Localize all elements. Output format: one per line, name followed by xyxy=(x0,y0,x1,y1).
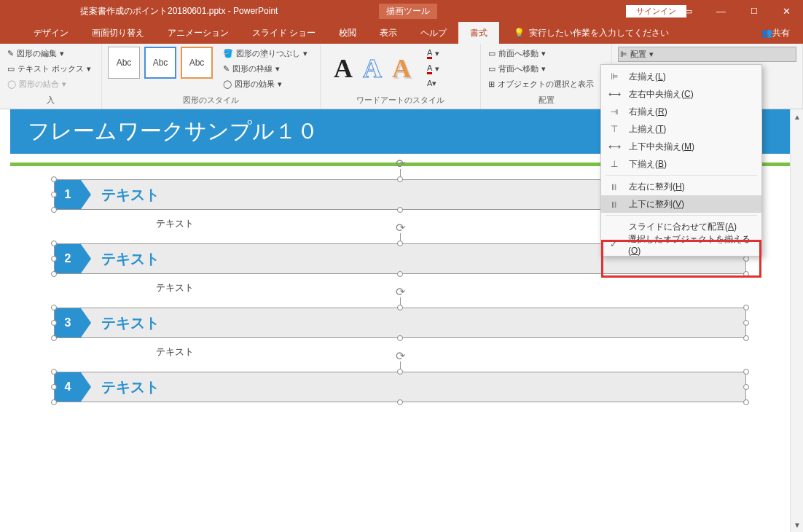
align-top-item[interactable]: ⊤上揃え(T) xyxy=(601,120,761,138)
tab-animation[interactable]: アニメーション xyxy=(156,22,240,44)
text-outline-button[interactable]: A▾ xyxy=(426,62,441,76)
scroll-down-icon[interactable]: ▼ xyxy=(791,519,803,531)
wordart-style-1[interactable]: A xyxy=(334,53,353,84)
resize-handle[interactable] xyxy=(51,384,57,390)
wordart-style-3[interactable]: A xyxy=(392,53,411,84)
align-icon: ⊫ xyxy=(620,50,627,59)
text-box-button[interactable]: ▭テキスト ボックス ▾ xyxy=(6,62,95,76)
selection-box[interactable]: 4テキスト xyxy=(54,372,746,402)
resize-handle[interactable] xyxy=(743,399,749,405)
resize-handle[interactable] xyxy=(51,207,57,213)
vertical-scrollbar[interactable]: ▲ ▼ xyxy=(790,109,803,532)
ribbon-tabs: デザイン 画面切り替え アニメーション スライド ショー 校閲 表示 ヘルプ 書… xyxy=(0,22,803,44)
resize-handle[interactable] xyxy=(743,369,749,375)
resize-handle[interactable] xyxy=(51,192,57,197)
shape-fill-button[interactable]: 🪣図形の塗りつぶし ▾ xyxy=(222,47,309,60)
chevron-down-icon: ▾ xyxy=(60,49,64,58)
tab-design[interactable]: デザイン xyxy=(22,22,80,44)
resize-handle[interactable] xyxy=(743,256,749,262)
align-bottom-icon: ⊥ xyxy=(608,159,620,169)
item-number: 1 xyxy=(55,180,81,209)
tab-review[interactable]: 校閲 xyxy=(327,22,368,44)
selection-pane-button[interactable]: ⊞オブジェクトの選択と表示 xyxy=(487,77,606,91)
separator xyxy=(606,175,757,176)
shape-edit-button[interactable]: ✎図形の編集 ▾ xyxy=(6,47,95,60)
resize-handle[interactable] xyxy=(743,305,749,310)
rotate-handle[interactable]: ⟳ xyxy=(393,156,407,171)
ribbon-group-insert-shapes: ✎図形の編集 ▾ ▭テキスト ボックス ▾ ◯図形の結合 ▾ 入 xyxy=(0,44,102,109)
shape-style-1[interactable]: Abc xyxy=(108,47,140,79)
tab-format[interactable]: 書式 xyxy=(458,22,499,44)
rotate-handle[interactable]: ⟳ xyxy=(393,220,407,235)
align-selected-item[interactable]: ✓選択したオブジェクトを揃える(O) xyxy=(601,235,761,253)
align-left-item[interactable]: ⊫左揃え(L) xyxy=(601,68,761,85)
align-bottom-item[interactable]: ⊥下揃え(B) xyxy=(601,155,761,173)
tab-transition[interactable]: 画面切り替え xyxy=(80,22,156,44)
align-right-icon: ⫣ xyxy=(608,106,620,117)
maximize-button[interactable]: ☐ xyxy=(737,0,770,22)
distribute-v-item[interactable]: ⫼上下に整列(V) xyxy=(601,195,761,213)
resize-handle[interactable] xyxy=(51,271,57,277)
shape-effects-button[interactable]: ◯図形の効果 ▾ xyxy=(222,77,309,91)
edit-shape-icon: ✎ xyxy=(7,49,14,58)
bulb-icon: 💡 xyxy=(514,28,525,38)
resize-handle[interactable] xyxy=(397,399,403,405)
tab-view[interactable]: 表示 xyxy=(368,22,409,44)
forward-icon: ▭ xyxy=(488,49,495,58)
align-middle-v-icon: ⟷ xyxy=(608,141,620,152)
resize-handle[interactable] xyxy=(397,240,403,246)
resize-handle[interactable] xyxy=(743,335,749,341)
align-right-item[interactable]: ⫣右揃え(R) xyxy=(601,103,761,120)
align-center-h-item[interactable]: ⟷左右中央揃え(C) xyxy=(601,85,761,103)
wordart-style-2[interactable]: A xyxy=(363,53,382,84)
close-button[interactable]: ✕ xyxy=(770,0,803,22)
tab-help[interactable]: ヘルプ xyxy=(409,22,458,44)
resize-handle[interactable] xyxy=(51,240,57,246)
send-backward-button[interactable]: ▭背面へ移動 ▾ xyxy=(487,62,606,76)
resize-handle[interactable] xyxy=(397,176,403,182)
check-icon: ✓ xyxy=(608,239,619,249)
resize-handle[interactable] xyxy=(51,335,57,341)
minimize-button[interactable]: — xyxy=(705,0,737,22)
text-effects-button[interactable]: A▾ xyxy=(426,77,441,90)
merge-icon: ◯ xyxy=(7,79,16,89)
align-middle-v-item[interactable]: ⟷上下中央揃え(M) xyxy=(601,138,761,155)
resize-handle[interactable] xyxy=(397,305,403,310)
resize-handle[interactable] xyxy=(51,399,57,405)
tell-me[interactable]: 💡 実行したい作業を入力してください xyxy=(514,27,669,39)
resize-handle[interactable] xyxy=(743,271,749,277)
resize-handle[interactable] xyxy=(397,271,403,277)
group-label: 図形のスタイル xyxy=(108,93,314,107)
resize-handle[interactable] xyxy=(51,305,57,310)
shape-style-3[interactable]: Abc xyxy=(181,47,213,79)
resize-handle[interactable] xyxy=(397,335,403,341)
tab-slideshow[interactable]: スライド ショー xyxy=(240,22,327,44)
rotate-handle[interactable]: ⟳ xyxy=(393,284,407,299)
text-block[interactable]: ⟳ 4テキスト xyxy=(54,372,746,402)
resize-handle[interactable] xyxy=(51,320,57,326)
shape-merge-button: ◯図形の結合 ▾ xyxy=(6,77,95,91)
align-center-h-icon: ⟷ xyxy=(608,89,620,99)
selection-box[interactable]: 3テキスト xyxy=(54,308,746,338)
ribbon-group-shape-styles: Abc Abc Abc 🪣図形の塗りつぶし ▾ ✎図形の枠線 ▾ ◯図形の効果 … xyxy=(102,44,321,109)
scroll-up-icon[interactable]: ▲ xyxy=(791,111,803,122)
resize-handle[interactable] xyxy=(51,256,57,262)
text-fill-button[interactable]: A▾ xyxy=(426,47,441,60)
distribute-h-icon: ⫼ xyxy=(608,181,620,192)
resize-handle[interactable] xyxy=(743,384,749,390)
share-button[interactable]: 👥 共有 xyxy=(761,27,790,39)
bring-forward-button[interactable]: ▭前面へ移動 ▾ xyxy=(487,47,606,60)
resize-handle[interactable] xyxy=(51,176,57,182)
shape-style-2[interactable]: Abc xyxy=(144,47,176,79)
outline-icon: ✎ xyxy=(223,64,230,74)
resize-handle[interactable] xyxy=(51,369,57,375)
ribbon-options-icon[interactable]: ▭ xyxy=(672,0,705,22)
align-dropdown-button[interactable]: ⊫配置 ▾ xyxy=(618,47,796,62)
resize-handle[interactable] xyxy=(743,320,749,326)
rotate-handle[interactable]: ⟳ xyxy=(393,348,407,363)
distribute-h-item[interactable]: ⫼左右に整列(H) xyxy=(601,178,761,195)
resize-handle[interactable] xyxy=(397,369,403,375)
resize-handle[interactable] xyxy=(397,207,403,213)
tell-me-text: 実行したい作業を入力してください xyxy=(529,27,669,39)
shape-outline-button[interactable]: ✎図形の枠線 ▾ xyxy=(222,62,309,76)
